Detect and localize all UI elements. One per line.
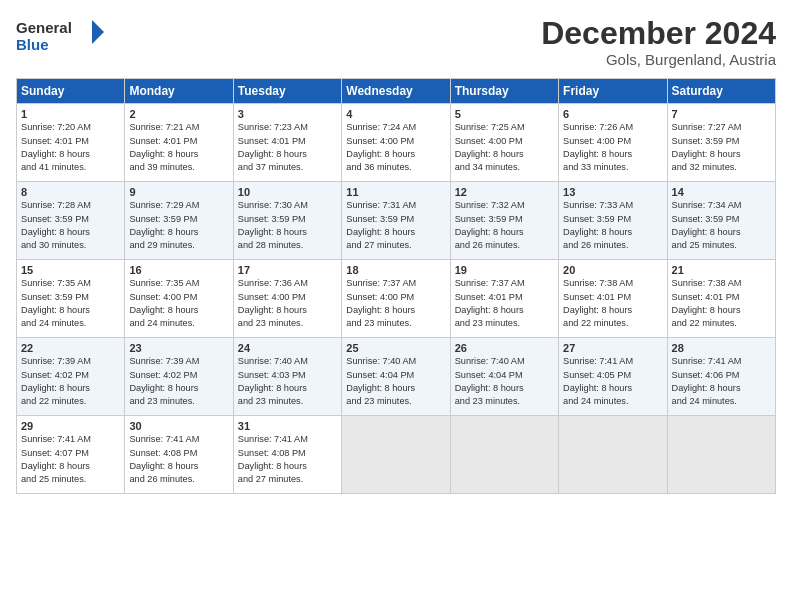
day-number: 7 <box>672 108 771 120</box>
calendar-cell <box>342 416 450 494</box>
weekday-saturday: Saturday <box>667 79 775 104</box>
cell-content: Sunrise: 7:28 AMSunset: 3:59 PMDaylight:… <box>21 199 120 252</box>
calendar-cell: 29Sunrise: 7:41 AMSunset: 4:07 PMDayligh… <box>17 416 125 494</box>
day-number: 22 <box>21 342 120 354</box>
calendar-cell: 23Sunrise: 7:39 AMSunset: 4:02 PMDayligh… <box>125 338 233 416</box>
title-block: December 2024 Gols, Burgenland, Austria <box>541 16 776 68</box>
calendar-cell: 25Sunrise: 7:40 AMSunset: 4:04 PMDayligh… <box>342 338 450 416</box>
header: General Blue December 2024 Gols, Burgenl… <box>16 16 776 68</box>
calendar-cell: 3Sunrise: 7:23 AMSunset: 4:01 PMDaylight… <box>233 104 341 182</box>
calendar-cell: 5Sunrise: 7:25 AMSunset: 4:00 PMDaylight… <box>450 104 558 182</box>
cell-content: Sunrise: 7:37 AMSunset: 4:00 PMDaylight:… <box>346 277 445 330</box>
calendar-cell <box>667 416 775 494</box>
day-number: 16 <box>129 264 228 276</box>
day-number: 17 <box>238 264 337 276</box>
calendar-cell: 2Sunrise: 7:21 AMSunset: 4:01 PMDaylight… <box>125 104 233 182</box>
cell-content: Sunrise: 7:20 AMSunset: 4:01 PMDaylight:… <box>21 121 120 174</box>
calendar-cell: 13Sunrise: 7:33 AMSunset: 3:59 PMDayligh… <box>559 182 667 260</box>
day-number: 21 <box>672 264 771 276</box>
cell-content: Sunrise: 7:41 AMSunset: 4:08 PMDaylight:… <box>238 433 337 486</box>
cell-content: Sunrise: 7:34 AMSunset: 3:59 PMDaylight:… <box>672 199 771 252</box>
cell-content: Sunrise: 7:27 AMSunset: 3:59 PMDaylight:… <box>672 121 771 174</box>
cell-content: Sunrise: 7:23 AMSunset: 4:01 PMDaylight:… <box>238 121 337 174</box>
cell-content: Sunrise: 7:38 AMSunset: 4:01 PMDaylight:… <box>672 277 771 330</box>
day-number: 31 <box>238 420 337 432</box>
cell-content: Sunrise: 7:40 AMSunset: 4:04 PMDaylight:… <box>346 355 445 408</box>
calendar-cell: 10Sunrise: 7:30 AMSunset: 3:59 PMDayligh… <box>233 182 341 260</box>
day-number: 6 <box>563 108 662 120</box>
cell-content: Sunrise: 7:30 AMSunset: 3:59 PMDaylight:… <box>238 199 337 252</box>
calendar-cell: 18Sunrise: 7:37 AMSunset: 4:00 PMDayligh… <box>342 260 450 338</box>
cell-content: Sunrise: 7:41 AMSunset: 4:05 PMDaylight:… <box>563 355 662 408</box>
cell-content: Sunrise: 7:26 AMSunset: 4:00 PMDaylight:… <box>563 121 662 174</box>
day-number: 3 <box>238 108 337 120</box>
day-number: 15 <box>21 264 120 276</box>
week-row-2: 8Sunrise: 7:28 AMSunset: 3:59 PMDaylight… <box>17 182 776 260</box>
calendar-cell: 15Sunrise: 7:35 AMSunset: 3:59 PMDayligh… <box>17 260 125 338</box>
calendar-cell: 22Sunrise: 7:39 AMSunset: 4:02 PMDayligh… <box>17 338 125 416</box>
calendar-cell: 27Sunrise: 7:41 AMSunset: 4:05 PMDayligh… <box>559 338 667 416</box>
month-title: December 2024 <box>541 16 776 51</box>
cell-content: Sunrise: 7:24 AMSunset: 4:00 PMDaylight:… <box>346 121 445 174</box>
cell-content: Sunrise: 7:39 AMSunset: 4:02 PMDaylight:… <box>129 355 228 408</box>
calendar-cell: 26Sunrise: 7:40 AMSunset: 4:04 PMDayligh… <box>450 338 558 416</box>
weekday-tuesday: Tuesday <box>233 79 341 104</box>
calendar-cell: 9Sunrise: 7:29 AMSunset: 3:59 PMDaylight… <box>125 182 233 260</box>
calendar-cell: 11Sunrise: 7:31 AMSunset: 3:59 PMDayligh… <box>342 182 450 260</box>
calendar-cell: 12Sunrise: 7:32 AMSunset: 3:59 PMDayligh… <box>450 182 558 260</box>
calendar-table: SundayMondayTuesdayWednesdayThursdayFrid… <box>16 78 776 494</box>
week-row-5: 29Sunrise: 7:41 AMSunset: 4:07 PMDayligh… <box>17 416 776 494</box>
day-number: 2 <box>129 108 228 120</box>
day-number: 9 <box>129 186 228 198</box>
calendar-cell <box>450 416 558 494</box>
day-number: 18 <box>346 264 445 276</box>
day-number: 19 <box>455 264 554 276</box>
cell-content: Sunrise: 7:40 AMSunset: 4:04 PMDaylight:… <box>455 355 554 408</box>
cell-content: Sunrise: 7:32 AMSunset: 3:59 PMDaylight:… <box>455 199 554 252</box>
day-number: 26 <box>455 342 554 354</box>
day-number: 1 <box>21 108 120 120</box>
cell-content: Sunrise: 7:41 AMSunset: 4:07 PMDaylight:… <box>21 433 120 486</box>
location: Gols, Burgenland, Austria <box>541 51 776 68</box>
cell-content: Sunrise: 7:31 AMSunset: 3:59 PMDaylight:… <box>346 199 445 252</box>
cell-content: Sunrise: 7:21 AMSunset: 4:01 PMDaylight:… <box>129 121 228 174</box>
calendar-cell: 24Sunrise: 7:40 AMSunset: 4:03 PMDayligh… <box>233 338 341 416</box>
cell-content: Sunrise: 7:36 AMSunset: 4:00 PMDaylight:… <box>238 277 337 330</box>
svg-text:General: General <box>16 19 72 36</box>
day-number: 13 <box>563 186 662 198</box>
calendar-cell: 30Sunrise: 7:41 AMSunset: 4:08 PMDayligh… <box>125 416 233 494</box>
day-number: 10 <box>238 186 337 198</box>
week-row-3: 15Sunrise: 7:35 AMSunset: 3:59 PMDayligh… <box>17 260 776 338</box>
calendar-cell: 21Sunrise: 7:38 AMSunset: 4:01 PMDayligh… <box>667 260 775 338</box>
calendar-cell: 4Sunrise: 7:24 AMSunset: 4:00 PMDaylight… <box>342 104 450 182</box>
day-number: 14 <box>672 186 771 198</box>
day-number: 11 <box>346 186 445 198</box>
cell-content: Sunrise: 7:29 AMSunset: 3:59 PMDaylight:… <box>129 199 228 252</box>
weekday-monday: Monday <box>125 79 233 104</box>
calendar-cell: 17Sunrise: 7:36 AMSunset: 4:00 PMDayligh… <box>233 260 341 338</box>
day-number: 8 <box>21 186 120 198</box>
logo-svg: General Blue <box>16 16 106 54</box>
calendar-cell: 6Sunrise: 7:26 AMSunset: 4:00 PMDaylight… <box>559 104 667 182</box>
weekday-sunday: Sunday <box>17 79 125 104</box>
cell-content: Sunrise: 7:41 AMSunset: 4:06 PMDaylight:… <box>672 355 771 408</box>
svg-text:Blue: Blue <box>16 36 49 53</box>
day-number: 28 <box>672 342 771 354</box>
weekday-wednesday: Wednesday <box>342 79 450 104</box>
calendar-cell: 20Sunrise: 7:38 AMSunset: 4:01 PMDayligh… <box>559 260 667 338</box>
cell-content: Sunrise: 7:37 AMSunset: 4:01 PMDaylight:… <box>455 277 554 330</box>
calendar-cell: 16Sunrise: 7:35 AMSunset: 4:00 PMDayligh… <box>125 260 233 338</box>
calendar-cell <box>559 416 667 494</box>
cell-content: Sunrise: 7:40 AMSunset: 4:03 PMDaylight:… <box>238 355 337 408</box>
day-number: 25 <box>346 342 445 354</box>
day-number: 30 <box>129 420 228 432</box>
day-number: 24 <box>238 342 337 354</box>
calendar-page: General Blue December 2024 Gols, Burgenl… <box>0 0 792 612</box>
cell-content: Sunrise: 7:39 AMSunset: 4:02 PMDaylight:… <box>21 355 120 408</box>
week-row-1: 1Sunrise: 7:20 AMSunset: 4:01 PMDaylight… <box>17 104 776 182</box>
day-number: 4 <box>346 108 445 120</box>
cell-content: Sunrise: 7:38 AMSunset: 4:01 PMDaylight:… <box>563 277 662 330</box>
day-number: 29 <box>21 420 120 432</box>
weekday-friday: Friday <box>559 79 667 104</box>
day-number: 23 <box>129 342 228 354</box>
